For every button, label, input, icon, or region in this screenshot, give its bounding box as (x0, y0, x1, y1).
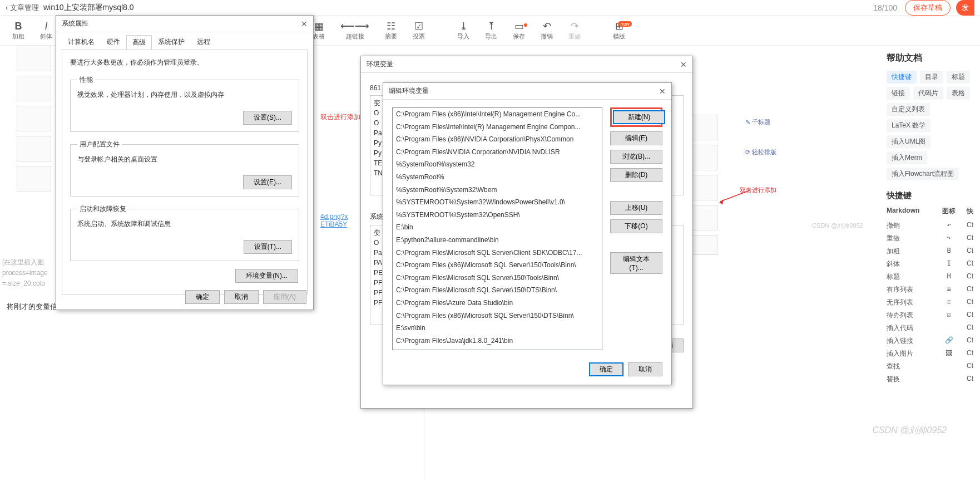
shortcut-row: 无序列表≡Ct (887, 296, 973, 309)
path-entry[interactable]: C:\Program Files\Intel\Intel(R) Manageme… (393, 121, 602, 134)
path-entry[interactable]: C:\Program Files\Microsoft SQL Server\15… (393, 284, 602, 297)
redo-icon: ↷ (571, 20, 579, 32)
table-icon: ▦ (314, 20, 324, 32)
path-entry[interactable]: %SystemRoot%\System32\Wbem (393, 184, 602, 197)
dialog-tab[interactable]: 硬件 (101, 35, 126, 50)
close-icon[interactable]: ✕ (659, 87, 666, 96)
red-annotation: 双击进行添加 (320, 112, 360, 122)
template-tool[interactable]: new⊞模版 (605, 20, 633, 41)
export-tool[interactable]: ⤒导出 (477, 20, 505, 41)
path-entry[interactable]: E:\python2\allure-commandline\bin (393, 234, 602, 247)
save-draft-button[interactable]: 保存草稿 (905, 0, 951, 16)
help-tag[interactable]: 目录 (920, 71, 943, 84)
path-entry[interactable]: E:\svn\bin (393, 322, 602, 335)
system-properties-dialog: 系统属性 ✕ 计算机名硬件高级系统保护远程 要进行大多数更改，你必须作为管理员登… (56, 15, 314, 310)
shortcut-header: Markdown 图标 快 (887, 207, 973, 216)
vote-tool[interactable]: ☑投票 (405, 20, 433, 41)
edit-env-var-dialog: 编辑环境变量 ✕ C:\Program Files (x86)\Intel\In… (383, 82, 672, 385)
help-tag[interactable]: 插入UML图 (887, 135, 930, 148)
help-tag[interactable]: 插入Merm (887, 151, 927, 164)
path-list[interactable]: C:\Program Files (x86)\Intel\Intel(R) Ma… (392, 107, 602, 350)
redo-tool[interactable]: ↷重做 (561, 20, 588, 41)
shortcut-list: 撤销↶Ct重做↷Ct加粗BCt斜体ICt标题HCt有序列表≡Ct无序列表≡Ct待… (887, 219, 973, 386)
dialog-titlebar[interactable]: 系统属性 ✕ (56, 16, 313, 32)
help-tag[interactable]: 表格 (947, 87, 970, 100)
move-down-button[interactable]: 下移(O) (610, 219, 662, 233)
editor-partial-text: [在这里插入图 process=image =,size_20,colo (0, 257, 48, 289)
path-entry[interactable]: E:\bin (393, 221, 602, 234)
shortcut-row: 查找Ct (887, 360, 973, 373)
import-tool[interactable]: ⤓导入 (449, 20, 477, 41)
profile-settings-button[interactable]: 设置(E)... (243, 175, 292, 189)
edit-text-button[interactable]: 编辑文本(T)... (610, 252, 662, 274)
edit-button[interactable]: 编辑(E) (610, 131, 662, 145)
path-entry[interactable]: C:\Program Files\Java\jdk1.8.0_241\bin (393, 335, 602, 347)
shortcut-row: 替换Ct (887, 373, 973, 386)
help-tag[interactable]: 插入Flowchart流程图 (887, 168, 959, 180)
env-vars-button[interactable]: 环境变量(N)... (235, 269, 298, 283)
dialog-titlebar[interactable]: 环境变量 ✕ (361, 56, 692, 73)
summary-tool[interactable]: ☷摘要 (377, 20, 405, 41)
bold-tool[interactable]: B加粗 (4, 20, 32, 41)
move-up-button[interactable]: 上移(U) (610, 201, 662, 215)
undo-tool[interactable]: ↶撤销 (533, 20, 561, 41)
new-button[interactable]: 新建(N) (613, 110, 665, 124)
dialog-tab[interactable]: 远程 (191, 35, 216, 50)
cancel-button[interactable]: 取消 (224, 290, 259, 304)
path-entry[interactable]: C:\Program Files\Git\cmd (393, 347, 602, 350)
path-entry[interactable]: C:\Program Files\NVIDIA Corporation\NVID… (393, 146, 602, 159)
cancel-button[interactable]: 取消 (628, 362, 662, 376)
article-title-input[interactable] (43, 3, 210, 12)
back-link[interactable]: ‹ 文章管理 (6, 3, 39, 13)
shortcut-row: 重做↷Ct (887, 232, 973, 245)
path-entry[interactable]: C:\Program Files\Microsoft SQL Server\15… (393, 272, 602, 284)
browse-button[interactable]: 浏览(B)... (610, 150, 662, 164)
help-tag[interactable]: 标题 (947, 71, 970, 84)
path-entry[interactable]: %SystemRoot%\system32 (393, 158, 602, 171)
dialog-tab[interactable]: 系统保护 (152, 35, 191, 50)
startup-group: 启动和故障恢复 系统启动、系统故障和调试信息 设置(T)... (70, 204, 299, 261)
ok-button[interactable]: 确定 (589, 362, 623, 376)
path-entry[interactable]: C:\Program Files (x86)\Microsoft SQL Ser… (393, 259, 602, 272)
path-entry[interactable]: %SYSTEMROOT%\System32\WindowsPowerShell\… (393, 196, 602, 209)
dialog-tab[interactable]: 计算机名 (62, 35, 101, 50)
path-entry[interactable]: C:\Program Files\Microsoft SQL Server\Cl… (393, 247, 602, 259)
page-thumb[interactable] (17, 76, 51, 101)
save-icon: ▭ (514, 20, 524, 32)
perf-settings-button[interactable]: 设置(S)... (243, 111, 292, 125)
publish-button[interactable]: 发 (956, 0, 974, 16)
italic-icon: I (44, 20, 47, 32)
hyperlink-tool[interactable]: ⟵⟶超链接 (333, 20, 377, 41)
save-tool[interactable]: ▭保存 (505, 20, 533, 41)
close-icon[interactable]: ✕ (301, 19, 308, 28)
help-title: 帮助文档 (887, 52, 973, 64)
path-entry[interactable]: C:\Program Files (x86)\Intel\Intel(R) Ma… (393, 108, 602, 121)
top-bar: ‹ 文章管理 18/100 保存草稿 发 (0, 0, 980, 16)
help-tag[interactable]: 快捷键 (887, 71, 917, 84)
help-tag[interactable]: 自定义列表 (887, 103, 930, 116)
path-entry[interactable]: C:\Program Files (x86)\NVIDIA Corporatio… (393, 133, 602, 146)
path-entry[interactable]: C:\Program Files (x86)\Microsoft SQL Ser… (393, 310, 602, 322)
path-entry[interactable]: C:\Program Files\Azure Data Studio\bin (393, 297, 602, 310)
tab-panel: 要进行大多数更改，你必须作为管理员登录。 性能 视觉效果，处理器计划，内存使用，… (62, 50, 308, 295)
vote-icon: ☑ (414, 20, 423, 32)
delete-button[interactable]: 删除(D) (610, 168, 662, 182)
page-thumb[interactable] (17, 136, 51, 161)
help-tag[interactable]: 代码片 (913, 87, 943, 100)
watermark-small: CSDN @刘帅0952 (812, 222, 863, 230)
path-entry[interactable]: %SYSTEMROOT%\System32\OpenSSH\ (393, 209, 602, 222)
startup-settings-button[interactable]: 设置(T)... (244, 240, 292, 254)
dialog-titlebar[interactable]: 编辑环境变量 ✕ (383, 83, 671, 100)
shortcut-row: 标题HCt (887, 271, 973, 283)
close-icon[interactable]: ✕ (680, 60, 687, 69)
dialog-tab[interactable]: 高级 (126, 35, 152, 50)
help-tag[interactable]: 链接 (887, 87, 910, 100)
help-tag[interactable]: LaTeX 数学 (887, 119, 930, 132)
page-thumb[interactable] (17, 46, 51, 71)
svg-line-0 (720, 190, 750, 202)
page-thumb[interactable] (17, 166, 51, 192)
path-entry[interactable]: %SystemRoot% (393, 171, 602, 184)
apply-button[interactable]: 应用(A) (263, 290, 306, 304)
page-thumb[interactable] (17, 106, 51, 131)
ok-button[interactable]: 确定 (185, 290, 220, 304)
